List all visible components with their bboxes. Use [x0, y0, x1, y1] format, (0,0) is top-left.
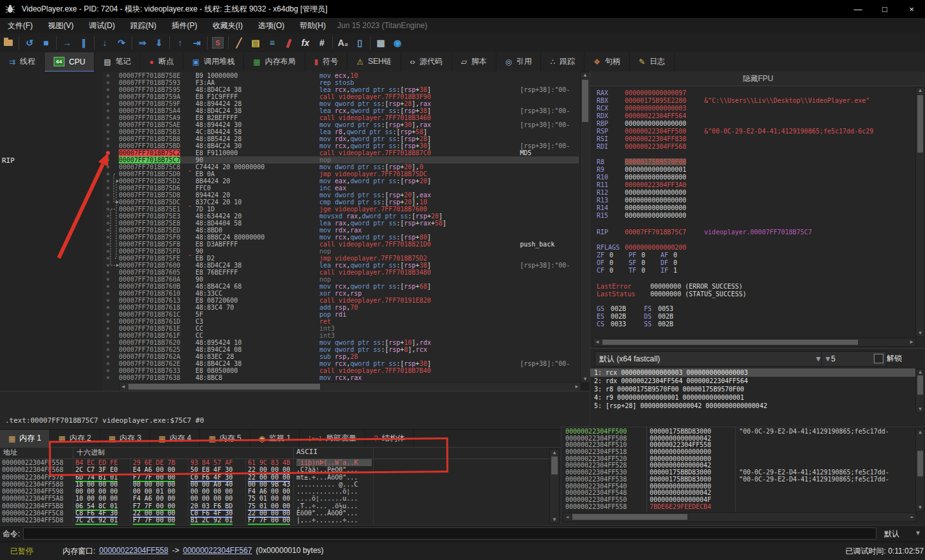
tab-内存布局[interactable]: ▦内存布局 — [244, 52, 305, 71]
register-row[interactable]: R800000175B9570F00 — [597, 158, 914, 166]
dump-row[interactable]: 00000022304FF5786D 74 B1 01F7 7F 00 00C0… — [0, 474, 561, 481]
argument-row[interactable]: 3: r8 00000175B9570F00 00000175B9570F00 — [590, 385, 915, 393]
run-icon[interactable]: → — [59, 35, 75, 50]
tab-内存 1[interactable]: ▦内存 1 — [0, 430, 50, 448]
menu-item-5[interactable]: 收藏夹(I) — [205, 18, 250, 33]
step-into-icon[interactable]: ↓ — [96, 35, 113, 50]
command-input[interactable] — [23, 527, 876, 540]
tab-内存 5[interactable]: ▦内存 5 — [200, 430, 250, 447]
menu-item-7[interactable]: 帮助(H) — [292, 18, 333, 33]
tab-调用堆栈[interactable]: ▣调用堆栈 — [183, 52, 244, 71]
register-row[interactable]: GS002BFS0053 — [597, 305, 914, 313]
comment-icon[interactable]: ▤ — [247, 35, 264, 50]
register-row[interactable]: ES002BDS002B — [597, 313, 914, 321]
disasm-hscrollbar[interactable]: ◄► — [119, 382, 581, 391]
calling-convention-select[interactable]: 默认 (x64 fastcall)▼ — [595, 351, 826, 367]
trace-icon[interactable]: S — [210, 35, 226, 50]
command-profile-select[interactable]: 默认 — [884, 529, 899, 540]
calculator-icon[interactable]: ▦ — [372, 35, 389, 50]
label-icon[interactable]: ≡ — [264, 35, 280, 50]
hash-icon[interactable]: # — [314, 35, 330, 50]
memory-start-link[interactable]: 00000022304FF558 — [99, 546, 168, 557]
breakpoint-slash-icon[interactable]: ∥ — [280, 35, 297, 50]
register-row[interactable]: R150000000000000000 — [597, 212, 914, 220]
register-row[interactable]: ZF0PF0AF0 — [597, 252, 914, 259]
register-row[interactable]: OF0SF0DF0 — [597, 259, 914, 267]
register-row[interactable]: RAX0000000000000097 — [597, 89, 914, 97]
register-row[interactable]: RSP00000022304FF500&"00-0C-29-E2-D4-41;4… — [597, 128, 914, 135]
register-row[interactable]: R100000000000008000 — [597, 174, 914, 181]
tab-线程[interactable]: ⇉线程 — [0, 52, 45, 71]
menu-item-6[interactable]: 选项(O) — [250, 18, 292, 33]
tab-局部变量[interactable]: [x=]局部变量 — [300, 430, 365, 447]
dump-vscrollbar[interactable]: ▲▼ — [549, 449, 560, 524]
argument-row[interactable]: 4: r9 0000000000000001 0000000000000001 — [590, 393, 915, 402]
az-icon[interactable]: A₂ — [335, 35, 351, 50]
allocate-memory-icon[interactable]: ▯ — [351, 35, 368, 50]
disasm-vscrollbar[interactable]: ▲▼ — [580, 72, 590, 383]
register-row[interactable]: RDX00000022304FF564 — [597, 112, 914, 120]
dump-row[interactable]: 00000022304FF59800 00 00 0000 00 01 0000… — [0, 488, 561, 495]
step-over-icon[interactable]: ↷ — [113, 35, 130, 50]
register-row[interactable]: RDI00000022304FF568 — [597, 143, 914, 151]
argument-row[interactable]: 1: rcx 0000000000000003 0000000000000003 — [590, 368, 915, 377]
dump-row[interactable]: 00000022304FF5B806 54 8C 01F7 7F 00 0020… — [0, 503, 561, 510]
stack-view[interactable]: 00000022304FF50000000175BBD83000"00-0C-2… — [561, 427, 925, 524]
register-row[interactable]: CS0033SS002B — [597, 321, 914, 328]
dump-row[interactable]: 00000022304FF5C8C8 F6 4F 3022 00 00 00C0… — [0, 510, 561, 517]
tab-源代码[interactable]: ‹›源代码 — [401, 52, 452, 71]
close-button[interactable]: × — [898, 0, 925, 18]
dump-row[interactable]: 00000022304FF5682C C7 3F E0E4 A6 00 0050… — [0, 466, 561, 473]
pause-icon[interactable]: ∥ — [75, 35, 92, 50]
menu-item-0[interactable]: 文件(F) — [0, 18, 40, 33]
tab-内存 4[interactable]: ▦内存 4 — [150, 430, 200, 447]
register-row[interactable]: RFLAGS0000000000000200 — [597, 244, 914, 252]
patch-icon[interactable]: ╱ — [231, 35, 247, 50]
stack-row[interactable]: 00000022304FF5587BDE6E29FEEDECB4 — [562, 504, 915, 511]
tab-内存 2[interactable]: ▦内存 2 — [50, 430, 100, 447]
unlock-checkbox[interactable] — [874, 354, 883, 363]
stack-row[interactable]: 00000022304FF550000000000000004F — [562, 497, 915, 504]
tab-内存 3[interactable]: ▦内存 3 — [100, 430, 150, 447]
tab-脚本[interactable]: ▱脚本 — [452, 52, 496, 71]
animate-into-icon[interactable]: ⇒ — [134, 35, 151, 50]
disassembly-view[interactable]: 00007FF7018B758EB9 10000000mov ecx,10000… — [102, 72, 580, 391]
execute-till-return-icon[interactable]: ↑ — [172, 35, 188, 50]
minimize-button[interactable]: — — [845, 0, 871, 18]
open-file-icon[interactable] — [0, 35, 17, 50]
browser-icon[interactable]: ◉ — [389, 35, 406, 50]
register-row[interactable]: RBP0000000000000000 — [597, 120, 914, 128]
tab-断点[interactable]: ●断点 — [141, 52, 183, 71]
registers-vscrollbar[interactable]: ▲▼ — [915, 87, 925, 337]
animate-over-icon[interactable]: ⇓ — [151, 35, 167, 50]
argument-row[interactable]: 5: [rsp+28] 0000000000000042 00000000000… — [590, 402, 915, 410]
menu-item-3[interactable]: 跟踪(N) — [123, 18, 164, 33]
register-row[interactable]: LastStatus00000000 (STATUS_SUCCESS) — [597, 291, 914, 298]
register-row[interactable]: R1100000022304FF3A0 — [597, 181, 914, 189]
stack-row[interactable]: 00000022304FF53800000175BBD83000"00-0C-2… — [562, 476, 915, 483]
tab-符号[interactable]: ▮符号 — [305, 52, 348, 71]
dump-row[interactable]: 00000022304FF58818 00 00 0000 00 00 0000… — [0, 481, 561, 488]
hide-fpu-button[interactable]: 隐藏FPU — [590, 72, 925, 86]
register-row[interactable]: CF0TF0IF1 — [597, 267, 914, 275]
register-row[interactable]: RBX00000175B95E2280&"C:\\Users\\Liv\\Des… — [597, 97, 914, 105]
menu-item-1[interactable]: 视图(V) — [40, 18, 81, 33]
stack-hscrollbar[interactable]: ◄► — [563, 512, 917, 522]
tab-日志[interactable]: ✎日志 — [630, 52, 675, 71]
dump-row[interactable]: 00000022304FF558B4 EC ED FE29 6E DE 7B93… — [0, 459, 561, 466]
register-row[interactable]: R140000000000000000 — [597, 204, 914, 212]
tab-SEH链[interactable]: ⚠SEH链 — [348, 52, 401, 71]
registers-hscrollbar[interactable]: ◄► — [593, 338, 916, 347]
memory-dump-view[interactable]: 地址 十六进制 ASCII 00000022304FF558B4 EC ED F… — [0, 447, 561, 524]
stack-vscrollbar[interactable]: ▲▼ — [915, 428, 925, 511]
register-row[interactable]: R90000000000000001 — [597, 166, 914, 174]
stop-icon[interactable]: ■ — [38, 35, 54, 50]
dump-row[interactable]: 00000022304FF5D87C 2C 92 01F7 7F 00 0081… — [0, 517, 561, 524]
register-row[interactable]: LastError00000000 (ERROR_SUCCESS) — [597, 283, 914, 291]
menu-item-2[interactable]: 调试(D) — [81, 18, 123, 33]
maximize-button[interactable]: □ — [871, 0, 898, 18]
tab-句柄[interactable]: ❖句柄 — [585, 52, 630, 71]
run-to-user-code-icon[interactable]: ⇥ — [188, 35, 205, 50]
tab-笔记[interactable]: ▤笔记 — [95, 52, 140, 71]
arguments-vscrollbar[interactable]: ▲▼ — [915, 368, 925, 413]
